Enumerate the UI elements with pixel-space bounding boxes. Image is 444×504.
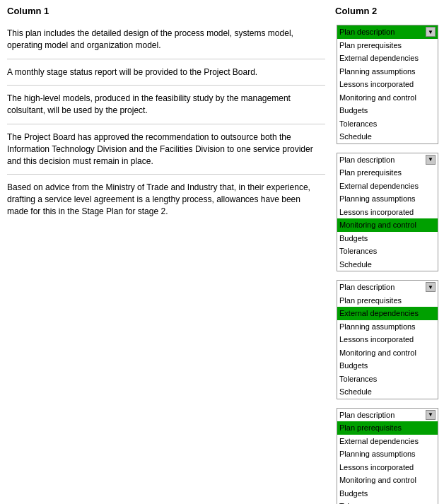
row-4-option-2[interactable]: Plan prerequisites xyxy=(337,421,438,435)
row-2-option-2[interactable]: Plan prerequisites xyxy=(337,166,438,180)
row-2-option-8[interactable]: Tolerances xyxy=(337,245,438,258)
row-3-option-8[interactable]: Tolerances xyxy=(337,373,438,386)
column1-header: Column 1 xyxy=(7,6,325,16)
row-4-option-4[interactable]: Planning assumptions xyxy=(337,447,438,461)
row-4-dropdown-container: ▼Plan descriptionPlan prerequisitesExter… xyxy=(335,404,441,505)
row-4-option-5[interactable]: Lessons incorporated xyxy=(337,461,438,474)
row-1-option-3[interactable]: External dependencies xyxy=(337,52,438,65)
row-2-option-4[interactable]: Planning assumptions xyxy=(337,192,438,206)
row-2-option-3[interactable]: External dependencies xyxy=(337,180,438,193)
row-2-dropdown-arrow[interactable]: ▼ xyxy=(426,155,436,165)
row-4-option-7[interactable]: Budgets xyxy=(337,487,438,500)
row-4-text: The Project Board has approved the recom… xyxy=(7,124,325,174)
row-1-option-6[interactable]: Monitoring and control xyxy=(337,91,438,105)
row-4-dropdown-arrow[interactable]: ▼ xyxy=(426,410,436,420)
row-1-dropdown-container: ▼Plan descriptionPlan prerequisitesExter… xyxy=(335,20,441,148)
row-1-dropdown-arrow[interactable]: ▼ xyxy=(426,27,436,37)
row-5-text: Based on advice from the Ministry of Tra… xyxy=(7,174,325,224)
row-3-option-6[interactable]: Monitoring and control xyxy=(337,346,438,360)
row-3-option-2[interactable]: Plan prerequisites xyxy=(337,294,438,307)
row-1-option-5[interactable]: Lessons incorporated xyxy=(337,78,438,91)
row-2-text: A monthly stage status report will be pr… xyxy=(7,59,325,86)
row-3-option-1[interactable]: Plan description xyxy=(337,281,438,294)
row-2-option-1[interactable]: Plan description xyxy=(337,153,438,167)
row-3-option-9[interactable]: Schedule xyxy=(337,385,438,399)
row-1-dropdown[interactable]: ▼Plan descriptionPlan prerequisitesExter… xyxy=(337,25,438,144)
row-1-option-2[interactable]: Plan prerequisites xyxy=(337,39,438,52)
row-2-option-9[interactable]: Schedule xyxy=(337,258,438,271)
row-4-option-6[interactable]: Monitoring and control xyxy=(337,474,438,487)
row-1-text: This plan includes the detailed design o… xyxy=(7,20,325,59)
row-4-option-3[interactable]: External dependencies xyxy=(337,435,438,448)
row-1-option-7[interactable]: Budgets xyxy=(337,104,438,117)
column2-header: Column 2 xyxy=(335,6,441,16)
row-4-option-1[interactable]: Plan description xyxy=(337,409,438,422)
row-3-option-3[interactable]: External dependencies xyxy=(337,307,438,320)
row-1-option-4[interactable]: Planning assumptions xyxy=(337,65,438,78)
row-3-dropdown[interactable]: ▼Plan descriptionPlan prerequisitesExter… xyxy=(337,280,438,399)
row-3-option-4[interactable]: Planning assumptions xyxy=(337,320,438,334)
row-1-option-8[interactable]: Tolerances xyxy=(337,117,438,131)
row-3-dropdown-container: ▼Plan descriptionPlan prerequisitesExter… xyxy=(335,276,441,404)
row-3-option-5[interactable]: Lessons incorporated xyxy=(337,333,438,346)
row-3-dropdown-arrow[interactable]: ▼ xyxy=(426,282,436,292)
row-2-option-5[interactable]: Lessons incorporated xyxy=(337,206,438,219)
row-4-dropdown[interactable]: ▼Plan descriptionPlan prerequisitesExter… xyxy=(337,408,438,505)
row-1-option-1[interactable]: Plan description xyxy=(337,25,438,39)
row-2-option-7[interactable]: Budgets xyxy=(337,232,438,245)
row-2-option-6[interactable]: Monitoring and control xyxy=(337,218,438,232)
row-2-dropdown-container: ▼Plan descriptionPlan prerequisitesExter… xyxy=(335,148,441,276)
row-1-option-9[interactable]: Schedule xyxy=(337,130,438,143)
row-2-dropdown[interactable]: ▼Plan descriptionPlan prerequisitesExter… xyxy=(337,153,438,272)
row-4-option-8[interactable]: Tolerances xyxy=(337,500,438,504)
row-3-text: The high-level models, produced in the f… xyxy=(7,85,325,124)
row-3-option-7[interactable]: Budgets xyxy=(337,359,438,373)
